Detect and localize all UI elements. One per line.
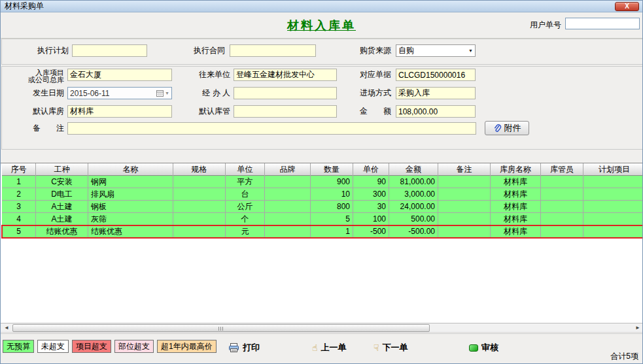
ref-doc-input[interactable] [396, 69, 476, 81]
table-cell[interactable]: 90 [353, 176, 389, 188]
amount-input[interactable] [396, 105, 476, 118]
column-header[interactable]: 单位 [226, 163, 265, 176]
table-cell[interactable]: 结账优惠 [88, 225, 173, 238]
table-cell[interactable]: 3 [2, 201, 36, 213]
table-cell[interactable]: C安装 [36, 176, 88, 188]
table-cell[interactable] [438, 201, 491, 213]
table-cell[interactable]: 材料库 [491, 188, 541, 201]
table-cell[interactable] [265, 201, 311, 213]
table-cell[interactable]: 24,000.00 [389, 201, 438, 213]
column-header[interactable]: 金额 [389, 163, 438, 176]
table-cell[interactable]: 800 [311, 201, 353, 213]
column-header[interactable]: 品牌 [265, 163, 311, 176]
project-input[interactable] [67, 69, 172, 81]
table-cell[interactable] [541, 201, 583, 213]
warehouse-input[interactable] [67, 105, 172, 118]
table-cell[interactable] [438, 176, 491, 188]
table-cell[interactable] [265, 176, 311, 188]
scroll-right-button[interactable]: ► [633, 324, 642, 332]
column-header[interactable]: 备注 [438, 163, 491, 176]
table-cell[interactable]: 3,000.00 [389, 188, 438, 201]
table-cell[interactable]: 30 [353, 201, 389, 213]
table-cell[interactable] [541, 188, 583, 201]
column-header[interactable]: 单价 [353, 163, 389, 176]
table-cell[interactable]: 1 [311, 225, 353, 238]
keeper-input[interactable] [234, 105, 337, 118]
table-cell[interactable] [583, 176, 643, 188]
table-cell[interactable]: 钢网 [88, 176, 173, 188]
table-cell[interactable]: 材料库 [491, 201, 541, 213]
table-cell[interactable]: 材料库 [491, 225, 541, 238]
table-cell[interactable]: 500.00 [389, 213, 438, 225]
attachment-button[interactable]: 附件 [485, 121, 529, 135]
table-cell[interactable] [173, 225, 226, 238]
column-header[interactable]: 库管员 [541, 163, 583, 176]
table-cell[interactable]: A土建 [36, 201, 88, 213]
handler-input[interactable] [234, 87, 337, 99]
table-cell[interactable]: 公斤 [226, 201, 265, 213]
table-cell[interactable]: 81,000.00 [389, 176, 438, 188]
table-cell[interactable]: 300 [353, 188, 389, 201]
table-cell[interactable] [583, 213, 643, 225]
table-cell[interactable]: 台 [226, 188, 265, 201]
table-cell[interactable] [265, 225, 311, 238]
remark-input[interactable] [67, 122, 476, 135]
table-row[interactable]: 4A土建灰筛个5100500.00材料库 [2, 213, 643, 225]
column-header[interactable]: 工种 [36, 163, 88, 176]
table-cell[interactable]: D电工 [36, 188, 88, 201]
table-cell[interactable] [541, 213, 583, 225]
column-header[interactable]: 计划项目 [583, 163, 643, 176]
table-cell[interactable] [173, 176, 226, 188]
table-cell[interactable]: 排风扇 [88, 188, 173, 201]
table-cell[interactable]: 900 [311, 176, 353, 188]
table-cell[interactable] [438, 225, 491, 238]
scrollbar-thumb[interactable] [12, 324, 430, 332]
table-row[interactable]: 3A土建钢板公斤8003024,000.00材料库 [2, 201, 643, 213]
table-cell[interactable] [438, 213, 491, 225]
date-picker[interactable]: 2015-06-11 ▼ [67, 87, 172, 99]
table-cell[interactable] [541, 176, 583, 188]
table-cell[interactable]: 5 [2, 225, 36, 238]
previous-doc-button[interactable]: ☝ 上一单 [312, 341, 347, 354]
table-cell[interactable]: 1 [2, 176, 36, 188]
table-cell[interactable] [438, 188, 491, 201]
table-cell[interactable]: 结账优惠 [36, 225, 88, 238]
table-cell[interactable]: A土建 [36, 213, 88, 225]
column-header[interactable]: 规格 [173, 163, 226, 176]
exec-plan-input[interactable] [72, 44, 147, 57]
table-cell[interactable] [583, 188, 643, 201]
table-cell[interactable] [265, 188, 311, 201]
column-header[interactable]: 数量 [311, 163, 353, 176]
table-cell[interactable]: 个 [226, 213, 265, 225]
table-cell[interactable]: 5 [311, 213, 353, 225]
scroll-left-button[interactable]: ◄ [2, 324, 11, 332]
column-header[interactable]: 名称 [88, 163, 173, 176]
audit-button[interactable]: 审核 [469, 341, 498, 354]
column-header[interactable]: 库房名称 [491, 163, 541, 176]
table-cell[interactable]: 100 [353, 213, 389, 225]
table-cell[interactable] [583, 225, 643, 238]
table-cell[interactable]: 平方 [226, 176, 265, 188]
table-row[interactable]: 2D电工排风扇台103003,000.00材料库 [2, 188, 643, 201]
table-cell[interactable]: 灰筛 [88, 213, 173, 225]
horizontal-scrollbar[interactable]: ◄ ► [1, 323, 643, 333]
table-row[interactable]: 5结账优惠结账优惠元1-500-500.00材料库 [2, 225, 643, 238]
next-doc-button[interactable]: ☟ 下一单 [374, 341, 408, 354]
table-cell[interactable]: 材料库 [491, 176, 541, 188]
table-cell[interactable] [265, 213, 311, 225]
table-cell[interactable] [173, 213, 226, 225]
table-row[interactable]: 1C安装钢网平方9009081,000.00材料库 [2, 176, 643, 188]
table-cell[interactable] [541, 225, 583, 238]
table-cell[interactable]: 钢板 [88, 201, 173, 213]
close-button[interactable]: X [615, 2, 639, 11]
counterparty-input[interactable] [234, 69, 337, 81]
purchase-source-select[interactable]: 自购 ▼ [396, 44, 476, 57]
table-cell[interactable]: -500.00 [389, 225, 438, 238]
user-no-input[interactable] [565, 18, 640, 29]
table-cell[interactable] [583, 201, 643, 213]
table-cell[interactable]: -500 [353, 225, 389, 238]
table-cell[interactable]: 10 [311, 188, 353, 201]
table-cell[interactable]: 4 [2, 213, 36, 225]
exec-contract-input[interactable] [230, 44, 316, 57]
table-cell[interactable]: 元 [226, 225, 265, 238]
